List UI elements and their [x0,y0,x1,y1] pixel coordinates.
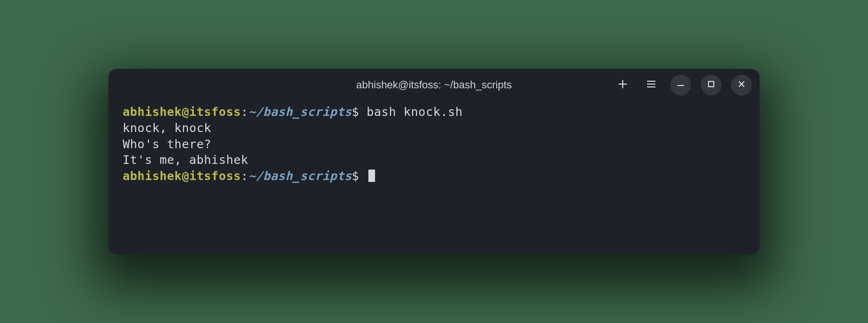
output-line: knock, knock [123,120,745,136]
prompt-command: bash knock.sh [359,105,463,119]
titlebar-controls [613,75,752,95]
terminal-window: abhishek@itsfoss: ~/bash_scripts [108,69,760,254]
prompt-colon: : [241,105,249,119]
close-button[interactable] [731,75,752,95]
svg-rect-6 [709,82,714,87]
prompt-colon: : [241,169,249,183]
prompt-path: ~/bash_scripts [248,105,352,119]
prompt-user-host: abhishek@itsfoss [123,105,241,119]
prompt-user-host: abhishek@itsfoss [123,169,241,183]
menu-icon [646,79,656,91]
prompt-line-1: abhishek@itsfoss:~/bash_scripts$ bash kn… [123,104,745,120]
new-tab-button[interactable] [613,76,632,95]
prompt-command [359,169,367,183]
prompt-path: ~/bash_scripts [248,169,352,183]
prompt-line-2: abhishek@itsfoss:~/bash_scripts$ [123,168,745,184]
maximize-icon [707,80,715,90]
titlebar: abhishek@itsfoss: ~/bash_scripts [108,69,760,101]
prompt-dollar: $ [352,105,359,119]
plus-icon [617,79,628,91]
prompt-dollar: $ [352,169,359,183]
menu-button[interactable] [642,76,661,95]
cursor [368,170,375,182]
output-line: It's me, abhishek [123,152,745,168]
minimize-icon [676,80,685,90]
close-icon [737,80,746,90]
maximize-button[interactable] [701,75,722,95]
output-line: Who's there? [123,136,745,152]
minimize-button[interactable] [670,75,691,95]
terminal-body[interactable]: abhishek@itsfoss:~/bash_scripts$ bash kn… [108,101,760,254]
